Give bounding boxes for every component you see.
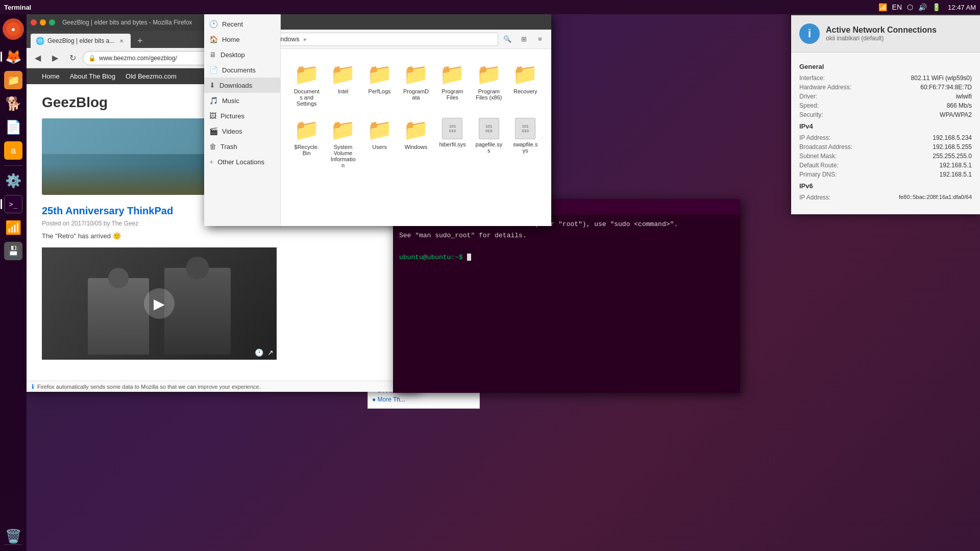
desktop: Terminal 📶 EN ⬡ 🔊 🔋 12:47 AM ● 🦊 📁 🐕 <box>0 0 980 551</box>
url-text: www.beezmo.com/geezblog/ <box>99 55 177 62</box>
dock-item-libreoffice[interactable]: 📄 <box>3 116 24 138</box>
net-dns-label: Primary DNS: <box>799 171 837 178</box>
fm-sidebar-music[interactable]: 🎵 Music <box>204 93 280 108</box>
terminal-prompt-text: ubuntu@ubuntu:~$ <box>399 254 463 261</box>
post-author[interactable]: The Geez <box>112 220 139 227</box>
fm-sidebar-other-locations[interactable]: + Other Locations <box>204 154 280 169</box>
folder-label-documents: Documents and Settings <box>293 88 320 107</box>
person-head-1 <box>108 268 129 288</box>
lock-icon: 🔒 <box>88 55 96 62</box>
file-label-hiberfil: hiberfil.sys <box>439 141 465 147</box>
file-swapfile[interactable]: 101010 swapfile.sys <box>510 115 541 171</box>
firefox-close-button[interactable] <box>31 19 37 26</box>
net-ip-label: IP Address: <box>799 134 830 141</box>
fm-sidebar-desktop[interactable]: 🖥 Desktop <box>204 49 280 62</box>
dock-item-files[interactable]: 📁 <box>3 69 24 91</box>
dock-item-trash[interactable]: 🗑️ <box>3 525 24 547</box>
folder-users[interactable]: 📁 Users <box>364 115 395 171</box>
status-info-icon: ℹ <box>32 383 34 390</box>
folder-system-volume[interactable]: 📁 System Volume Information <box>327 115 358 171</box>
fm-search-button[interactable]: 🔍 <box>500 32 514 46</box>
blog-nav-home[interactable]: Home <box>42 72 60 80</box>
file-pagefile[interactable]: 101010 pagefile.sys <box>473 115 504 171</box>
ubuntu-home-button[interactable]: ● <box>3 18 24 40</box>
folder-icon-program-files: 📁 <box>439 62 465 86</box>
network-content: General Interface: 802.11 WiFi (wlp59s0)… <box>791 53 980 214</box>
net-broadcast-label: Broadcast Address: <box>799 143 852 151</box>
firefox-active-tab[interactable]: 🌐 GeezBlog | elder bits a... ✕ <box>31 34 131 48</box>
fm-sidebar-downloads[interactable]: ⬇ Downloads <box>204 78 280 93</box>
fm-view-toggle-button[interactable]: ⊞ <box>517 32 531 46</box>
gimp-icon: 🐕 <box>5 96 21 112</box>
post-date-label: Posted on <box>42 220 71 227</box>
folder-program-files-x86[interactable]: 📁 Program Files (x86) <box>473 59 504 110</box>
blog-nav-old[interactable]: Old Beezmo.com <box>126 72 177 80</box>
refresh-button[interactable]: ↻ <box>65 51 80 65</box>
fm-sidebar-documents[interactable]: 📄 Documents <box>204 62 280 78</box>
fm-location-bar[interactable]: 📁 Windows ▸ <box>257 33 498 46</box>
fm-sidebar-panel: 🕐 Recent 🏠 Home 🖥 Desktop 📄 Documents ⬇ <box>204 49 281 226</box>
documents-icon: 📄 <box>209 66 218 74</box>
video-controls: 🕐 ↗ <box>252 345 277 360</box>
fm-sidebar-videos[interactable]: 🎬 Videos <box>204 123 280 139</box>
fm-sidebar-pictures[interactable]: 🖼 Pictures <box>204 108 280 123</box>
other-locations-label: Other Locations <box>217 158 264 166</box>
dock-item-network[interactable]: 📶 <box>3 217 24 238</box>
person-1 <box>88 278 149 355</box>
firefox-status-bar: ℹ Firefox automatically sends some data … <box>27 381 420 392</box>
video-clock-icon[interactable]: 🕐 <box>255 348 263 357</box>
folder-windows[interactable]: 📁 Windows <box>400 115 431 171</box>
folder-program-files[interactable]: 📁 Program Files <box>437 59 468 110</box>
fm-file-grid: 📁 Documents and Settings 📁 Intel 📁 PerfL… <box>281 49 551 182</box>
folder-documents-and-settings[interactable]: 📁 Documents and Settings <box>291 59 322 110</box>
top-panel: Terminal 📶 EN ⬡ 🔊 🔋 12:47 AM <box>0 0 980 14</box>
firefox-minimize-button[interactable] <box>40 19 46 26</box>
libreoffice-icon: 📄 <box>5 119 21 135</box>
folder-programdata[interactable]: 📁 ProgramData <box>400 59 431 110</box>
dock-item-gimp[interactable]: 🐕 <box>3 93 24 114</box>
new-tab-button[interactable]: + <box>133 34 147 48</box>
net-driver-value: iwlwifi <box>956 93 972 100</box>
fm-sidebar-trash[interactable]: 🗑 Trash <box>204 139 280 154</box>
video-play-button[interactable]: ▶ <box>144 288 175 319</box>
dock-item-terminal[interactable]: >_ <box>3 193 24 215</box>
folder-icon-programdata: 📁 <box>403 62 429 86</box>
recent-post-more[interactable]: ● More Th... <box>372 395 475 404</box>
folder-recovery[interactable]: 📁 Recovery <box>510 59 541 110</box>
forward-button[interactable]: ▶ <box>48 51 62 65</box>
network-connection-name: okii inabikari (default) <box>826 35 937 42</box>
net-speed-value: 866 Mb/s <box>947 102 972 109</box>
file-label-pagefile: pagefile.sys <box>475 141 502 154</box>
folder-icon-perflogs: 📁 <box>367 62 393 86</box>
net-subnet-label: Subnet Mask: <box>799 153 837 160</box>
file-hiberfil[interactable]: 101010 hiberfil.sys <box>437 115 468 171</box>
tab-close-button[interactable]: ✕ <box>117 37 126 45</box>
blog-nav-about[interactable]: About The Blog <box>70 72 115 80</box>
terminal-line-3 <box>399 241 734 252</box>
post-date[interactable]: 2017/10/05 <box>71 220 102 227</box>
person-2 <box>164 268 231 355</box>
folder-intel[interactable]: 📁 Intel <box>327 59 358 110</box>
folder-label-users: Users <box>372 144 387 150</box>
desktop-icon: 🖥 <box>209 51 216 59</box>
firefox-maximize-button[interactable] <box>49 19 55 26</box>
folder-recycle-bin[interactable]: 📁 $Recycle.Bin <box>291 115 322 171</box>
file-icon-hiberfil: 101010 <box>442 118 462 139</box>
folder-perflogs[interactable]: 📁 PerfLogs <box>364 59 395 110</box>
back-button[interactable]: ◀ <box>31 51 45 65</box>
net-hardware-label: Hardware Address: <box>799 84 851 91</box>
dock-item-firefox[interactable]: 🦊 <box>3 46 24 67</box>
folder-icon-intel: 📁 <box>330 62 356 86</box>
dock-item-usb[interactable]: 💾 <box>3 240 24 262</box>
fm-menu-button[interactable]: ≡ <box>533 32 547 46</box>
terminal-content[interactable]: To run a command as administrator (user … <box>393 214 740 393</box>
folder-icon-documents: 📁 <box>294 62 320 86</box>
fm-body: 🕐 Recent 🏠 Home 🖥 Desktop 📄 Documents ⬇ <box>204 49 551 226</box>
dock-item-amazon[interactable]: a <box>3 140 24 161</box>
terminal-cursor <box>467 254 471 261</box>
video-share-icon[interactable]: ↗ <box>267 348 274 357</box>
other-locations-icon: + <box>209 158 213 166</box>
location-chevron-icon: ▸ <box>304 35 307 43</box>
dock-item-settings[interactable]: ⚙️ <box>3 170 24 191</box>
sidebar-trash-icon: 🗑 <box>209 142 216 151</box>
